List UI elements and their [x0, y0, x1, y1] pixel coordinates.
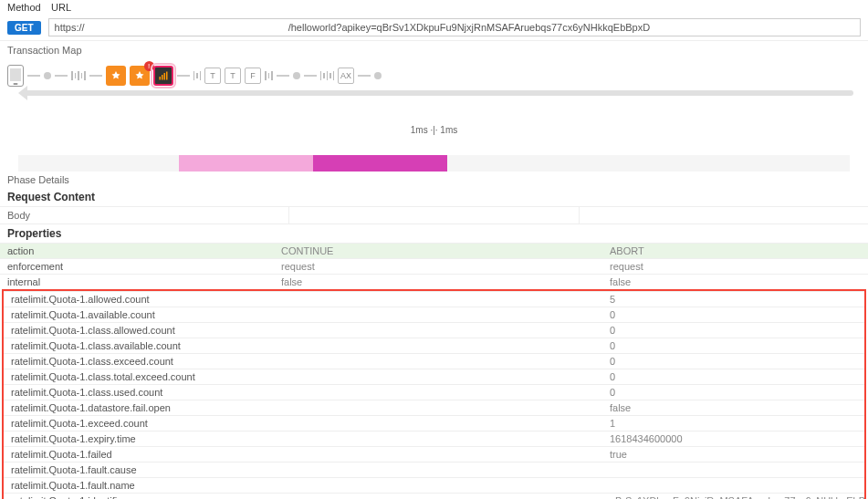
prop-name: ratelimit.Quota-1.class.used.count [4, 385, 274, 400]
client-device-icon [7, 65, 24, 87]
prop-name: ratelimit.Quota-1.identifier [4, 494, 274, 499]
prop-name: ratelimit.Quota-1.allowed.count [4, 292, 274, 307]
property-row[interactable]: ratelimit.Quota-1.class.total.exceed.cou… [4, 369, 864, 384]
prop-value: 0 [602, 307, 864, 322]
svg-rect-1 [162, 75, 163, 80]
transaction-map-title: Transaction Map [0, 40, 868, 59]
condition-box[interactable]: T [225, 68, 241, 84]
prop-col2 [274, 385, 602, 400]
flow-bars-icon [320, 71, 335, 80]
prop-col2 [274, 292, 602, 307]
prop-col2 [274, 478, 602, 493]
svg-rect-2 [163, 73, 165, 80]
prop-col2 [274, 416, 602, 431]
return-arrow-icon [24, 90, 853, 112]
property-row[interactable]: ratelimit.Quota-1.exceed.count1 [4, 415, 864, 431]
svg-rect-3 [166, 72, 168, 80]
property-row[interactable]: ratelimit.Quota-1.fault.cause [4, 462, 864, 477]
policy-quota-icon[interactable] [153, 66, 173, 86]
prop-name: ratelimit.Quota-1.datastore.fail.open [4, 400, 274, 415]
prop-value: 5 [602, 292, 864, 307]
prop-col2 [274, 400, 602, 415]
body-label: Body [0, 207, 289, 224]
prop-name: internal [0, 275, 274, 289]
phase-details-title: Phase Details [0, 172, 868, 188]
prop-col2: false [274, 275, 602, 289]
request-bar: GET [0, 15, 868, 40]
property-row[interactable]: actionCONTINUEABORT [0, 243, 868, 258]
prop-value: 0 [602, 369, 864, 384]
property-row[interactable]: ratelimit.Quota-1.class.exceed.count0 [4, 353, 864, 369]
property-row[interactable]: internalfalsefalse [0, 274, 868, 289]
property-row[interactable]: ratelimit.Quota-1.allowed.count5 [4, 291, 864, 307]
url-input[interactable] [48, 18, 861, 36]
method-label: Method [7, 2, 44, 13]
highlighted-properties: ratelimit.Quota-1.allowed.count5ratelimi… [2, 289, 866, 499]
property-row[interactable]: ratelimit.Quota-1.available.count0 [4, 307, 864, 322]
prop-col2 [274, 323, 602, 338]
prop-value: 0 [602, 385, 864, 400]
prop-col3: false [602, 275, 868, 289]
body-row: Body [0, 206, 868, 224]
prop-value [602, 478, 864, 493]
condition-box[interactable]: F [245, 68, 261, 84]
prop-col3: request [602, 259, 868, 274]
property-row[interactable]: ratelimit.Quota-1.failedtrue [4, 446, 864, 462]
transaction-map: ! T T F AX [0, 59, 868, 123]
prop-name: enforcement [0, 259, 274, 274]
prop-name: ratelimit.Quota-1.class.allowed.count [4, 323, 274, 338]
prop-name: ratelimit.Quota-1.failed [4, 447, 274, 462]
prop-col2: CONTINUE [274, 244, 602, 258]
prop-col2 [274, 307, 602, 322]
property-row[interactable]: enforcementrequestrequest [0, 258, 868, 274]
prop-value [602, 463, 864, 477]
property-row[interactable]: ratelimit.Quota-1.class.available.count0 [4, 338, 864, 353]
prop-name: ratelimit.Quota-1.expiry.time [4, 431, 274, 446]
prop-name: ratelimit.Quota-1.available.count [4, 307, 274, 322]
prop-value: 1618434600000 [602, 431, 864, 446]
policy-verify-apikey-2-icon[interactable]: ! [130, 66, 150, 86]
prop-value: true [602, 447, 864, 462]
flow-dot[interactable] [374, 72, 382, 79]
prop-col2 [274, 494, 602, 499]
property-row[interactable]: ratelimit.Quota-1.fault.name [4, 477, 864, 493]
flow-bars-icon [193, 71, 202, 80]
timeline[interactable] [0, 155, 868, 172]
policy-verify-apikey-icon[interactable] [106, 66, 126, 86]
prop-value: 0 [602, 338, 864, 353]
flow-dot[interactable] [44, 72, 51, 79]
prop-name: ratelimit.Quota-1.exceed.count [4, 416, 274, 431]
prop-col2 [274, 354, 602, 369]
properties-header: Properties [0, 224, 868, 243]
prop-name: ratelimit.Quota-1.class.total.exceed.cou… [4, 369, 274, 384]
property-row[interactable]: ratelimit.Quota-1.class.used.count0 [4, 384, 864, 400]
prop-name: ratelimit.Quota-1.class.exceed.count [4, 354, 274, 369]
flow-bars-icon [265, 71, 273, 80]
prop-col3: ABORT [602, 244, 868, 258]
prop-value: 0 [602, 354, 864, 369]
prop-name: ratelimit.Quota-1.fault.cause [4, 463, 274, 477]
flow-bars-icon [71, 71, 86, 80]
method-badge[interactable]: GET [7, 21, 41, 35]
property-row[interactable]: ratelimit.Quota-1.class.allowed.count0 [4, 322, 864, 338]
prop-name: action [0, 244, 274, 258]
prop-value: qBrSv1XDkpuFu9NjxjRnMSAFAruebqs77cx6yNHk… [602, 494, 868, 499]
prop-name: ratelimit.Quota-1.class.available.count [4, 338, 274, 353]
prop-value: 1 [602, 416, 864, 431]
prop-col2 [274, 338, 602, 353]
condition-box[interactable]: T [204, 68, 221, 84]
url-label: URL [51, 2, 71, 13]
prop-value: false [602, 400, 864, 415]
property-row[interactable]: ratelimit.Quota-1.datastore.fail.openfal… [4, 400, 864, 415]
svg-rect-0 [159, 77, 161, 80]
request-content-header: Request Content [0, 188, 868, 206]
prop-col2: request [274, 259, 602, 274]
ax-box[interactable]: AX [338, 68, 354, 84]
error-badge-icon: ! [144, 61, 154, 71]
property-row[interactable]: ratelimit.Quota-1.expiry.time16184346000… [4, 431, 864, 446]
prop-col2 [274, 431, 602, 446]
prop-col2 [274, 369, 602, 384]
flow-dot[interactable] [293, 72, 300, 79]
property-row[interactable]: ratelimit.Quota-1.identifierqBrSv1XDkpuF… [4, 493, 864, 499]
timing-label: 1ms ·|· 1ms [0, 123, 868, 137]
